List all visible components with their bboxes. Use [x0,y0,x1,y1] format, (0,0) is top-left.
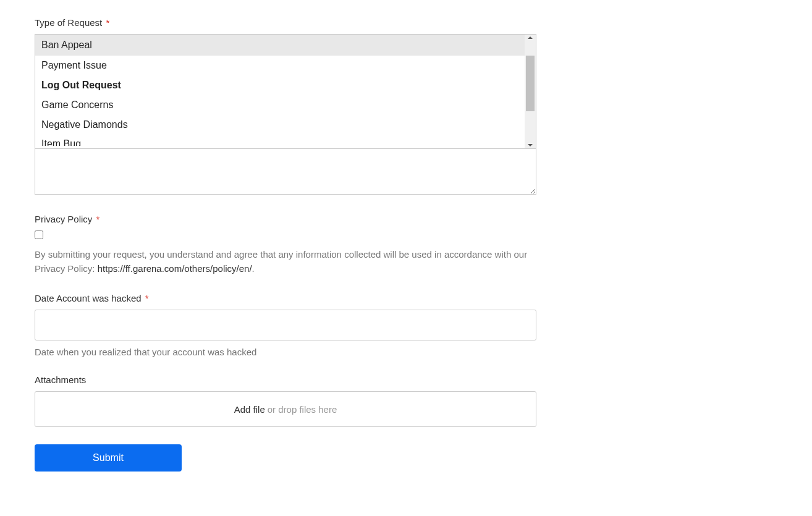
required-asterisk: * [106,17,109,28]
attachments-label: Attachments [35,374,536,385]
submit-button[interactable]: Submit [35,444,182,472]
option-item-bug[interactable]: Item Bug [35,135,525,146]
privacy-policy-link[interactable]: https://ff.garena.com/others/policy/en/ [98,263,252,274]
drop-files-text: or drop files here [268,404,337,415]
date-hacked-group: Date Account was hacked * Date when you … [35,293,536,357]
date-hacked-input[interactable] [35,310,536,340]
privacy-policy-label-text: Privacy Policy [35,214,92,224]
attachments-group: Attachments Add file or drop files here [35,374,536,427]
privacy-help-suffix: . [252,263,255,274]
select-scrollbar-thumb[interactable] [526,56,535,111]
option-log-out-request[interactable]: Log Out Request [35,75,525,95]
date-hacked-label: Date Account was hacked * [35,293,536,303]
privacy-policy-help: By submitting your request, you understa… [35,248,536,276]
request-description-textarea[interactable] [35,149,536,195]
select-scrollbar-track[interactable] [525,56,536,148]
options-list: Payment Issue Log Out Request Game Conce… [35,56,525,148]
type-of-request-select[interactable]: Ban Appeal Payment Issue Log Out Request… [35,34,536,149]
type-of-request-label: Type of Request * [35,17,536,28]
scroll-down-control[interactable] [525,142,536,148]
select-header[interactable]: Ban Appeal [35,35,536,56]
support-request-form: Type of Request * Ban Appeal Payment Iss… [35,17,536,472]
select-selected-value: Ban Appeal [35,35,98,56]
option-negative-diamonds[interactable]: Negative Diamonds [35,115,525,135]
date-hacked-label-text: Date Account was hacked [35,293,142,303]
date-hacked-help: Date when you realized that your account… [35,347,536,357]
add-file-text: Add file [234,404,265,415]
select-arrows[interactable] [525,35,536,56]
required-asterisk: * [145,293,149,303]
privacy-policy-checkbox[interactable] [35,231,43,239]
option-payment-issue[interactable]: Payment Issue [35,56,525,75]
type-of-request-label-text: Type of Request [35,17,102,28]
chevron-down-icon[interactable] [528,144,533,146]
chevron-up-icon[interactable] [528,36,533,39]
option-game-concerns[interactable]: Game Concerns [35,95,525,115]
privacy-policy-label: Privacy Policy * [35,214,536,224]
type-of-request-group: Type of Request * Ban Appeal Payment Iss… [35,17,536,197]
required-asterisk: * [96,214,100,224]
select-options-body: Payment Issue Log Out Request Game Conce… [35,56,536,148]
attachments-dropzone[interactable]: Add file or drop files here [35,391,536,427]
privacy-policy-group: Privacy Policy * By submitting your requ… [35,214,536,276]
